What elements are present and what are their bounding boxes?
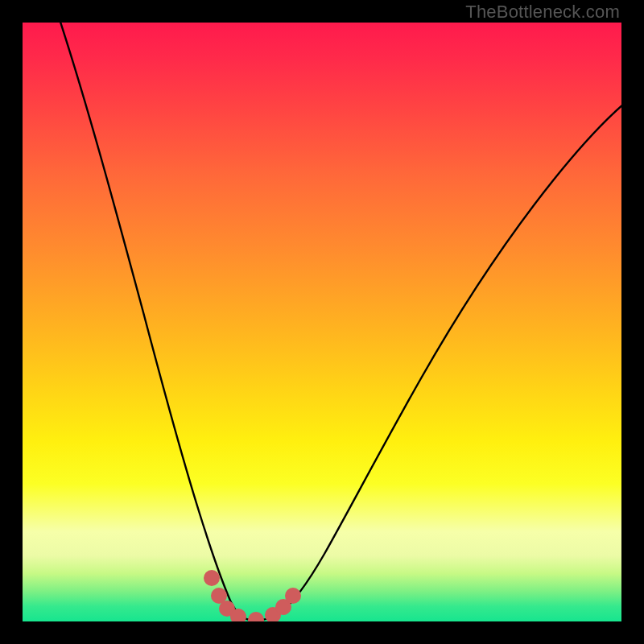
chart-frame: TheBottleneck.com xyxy=(0,0,644,644)
svg-point-0 xyxy=(204,570,220,586)
svg-point-7 xyxy=(285,588,301,604)
curve-layer xyxy=(23,23,621,621)
svg-point-4 xyxy=(248,612,264,621)
bottleneck-curve xyxy=(58,23,621,621)
trough-markers xyxy=(204,570,301,621)
watermark-text: TheBottleneck.com xyxy=(465,2,620,23)
plot-area xyxy=(23,23,621,621)
